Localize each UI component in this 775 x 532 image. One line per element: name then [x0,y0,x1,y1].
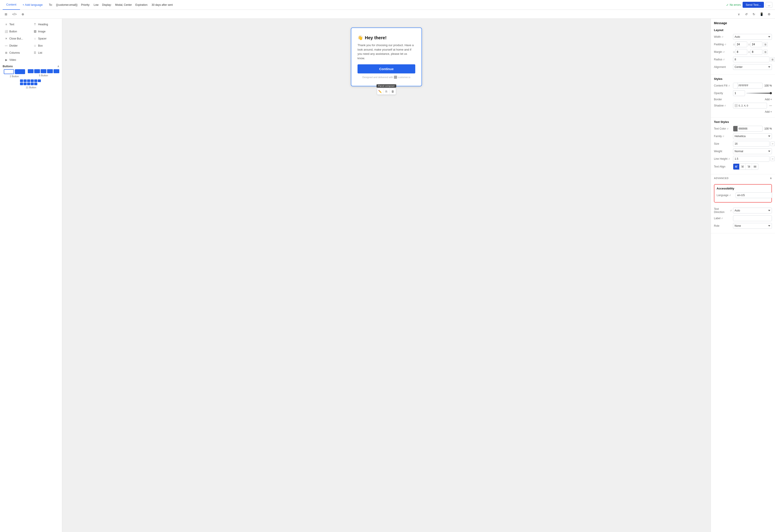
redo-button[interactable]: ↻ [751,11,757,18]
btn-2-preview[interactable]: 2 Button [3,69,26,78]
sidebar-item-columns[interactable]: ⊞ Columns [3,50,31,56]
add-language-button[interactable]: + Add language [20,3,45,6]
border-add-wrap: Add + [733,98,772,101]
modal-continue-button[interactable]: Continue [358,64,415,73]
shadow-reset-icon[interactable]: ↺ [724,104,726,107]
sidebar-item-text[interactable]: ≡ Text [3,21,31,28]
sidebar-item-button[interactable]: ⬜ Button [3,28,31,35]
alignment-select[interactable]: Center [733,64,772,70]
align-left-button[interactable] [733,164,740,169]
opacity-input[interactable] [733,90,745,96]
advanced-title: ADVANCED [714,177,729,179]
advanced-header[interactable]: ADVANCED ∧ [711,174,775,182]
sidebar-item-spacer[interactable]: ↕ Spacer [32,35,59,42]
border-add-button[interactable]: Add + [765,98,772,101]
line-height-decrease[interactable]: − [770,157,775,161]
family-select[interactable]: Helvetica [733,133,772,139]
code-view-button[interactable]: </> [11,11,18,18]
tab-content[interactable]: Content [3,0,20,10]
family-reset[interactable]: ↺ [722,135,724,138]
content-fill-hex[interactable] [738,84,763,87]
undo-button[interactable]: ↺ [743,11,750,18]
align-center-button[interactable] [740,164,746,169]
text-color-wrap[interactable] [733,126,763,132]
collapse-icon[interactable]: ∧ [57,65,59,68]
language-reset[interactable]: ↺ [729,194,731,197]
settings-view-button[interactable]: ⊕ [20,11,26,18]
content-fill-swatch[interactable] [733,83,738,88]
text-direction-select[interactable]: Auto LTR RTL [733,208,772,213]
footer-brand: customer.io [398,76,410,79]
send-test-button[interactable]: Send Test... [743,2,764,8]
line-height-reset[interactable]: ↺ [728,158,730,160]
content-fill-color[interactable] [733,83,763,89]
width-reset-icon[interactable]: ↺ [722,36,723,38]
text-color-reset[interactable]: ↺ [727,128,728,130]
padding-link-button[interactable]: ⛓ [763,42,768,47]
margin-left-input[interactable] [735,49,747,55]
preview-button[interactable]: 📱 [758,11,765,18]
margin-reset-icon[interactable]: ↺ [723,51,725,53]
label-reset[interactable]: ↺ [721,217,723,220]
border-row: Border Add + [714,98,772,101]
size-input[interactable] [733,141,769,147]
line-height-input[interactable] [733,156,769,162]
radius-input[interactable] [733,57,769,62]
gear-button[interactable]: ⚙ [766,11,772,18]
role-label: Role [714,224,732,227]
sidebar-item-list[interactable]: ☰ List [32,50,59,56]
align-justify-button[interactable] [752,164,758,169]
margin-right-input[interactable] [750,49,762,55]
language-input[interactable] [736,192,772,198]
content-fill-reset[interactable]: ↺ [728,85,730,87]
label-input[interactable] [733,215,772,221]
margin-link-button[interactable]: ⛓ [763,50,768,54]
radius-link-button[interactable]: ⛓ [770,57,775,62]
image-label: Image [38,30,45,33]
role-select[interactable]: None Button Link [733,223,772,229]
main-layout: ≡ Text T Heading ⬜ Button 🖼 Image ✕ Clos… [0,19,775,532]
modal-card[interactable]: 👋 Hey there! Thank you for choosing our … [351,28,422,86]
align-right-button[interactable] [746,164,752,169]
sidebar-item-image[interactable]: 🖼 Image [32,28,59,35]
edit-icon-button[interactable]: ✏️ [377,88,383,95]
copy-icon-button[interactable]: ⎘ [383,88,389,95]
btn-fill-sm-1 [28,69,34,73]
sidebar-item-divider[interactable]: — Divider [3,43,31,49]
padding-right-input[interactable] [750,41,762,47]
opacity-slider[interactable] [746,93,772,94]
grid-icon: ⊞ [5,12,7,16]
more-options-button[interactable]: ... [766,2,772,8]
shadow-input[interactable]: 0, 2, 4, 0 [733,103,767,108]
radius-reset-icon[interactable]: ↺ [723,58,725,61]
settings-icon: ⊕ [22,12,24,16]
chevron-down-button[interactable]: ∨ [736,11,742,18]
padding-left-input[interactable] [735,41,747,47]
sidebar-item-close-button[interactable]: ✕ Close But... [3,35,31,42]
width-select[interactable]: Auto [733,34,772,40]
canvas[interactable]: 👋 Hey there! Thank you for choosing our … [62,19,711,532]
alignment-row: Alignment Center [714,64,772,70]
text-color-hex[interactable] [738,127,763,130]
sidebar-item-video[interactable]: ▶ Video [3,57,31,63]
padding-reset-icon[interactable]: ↺ [724,43,726,46]
btn-11-preview[interactable]: 11 Button [3,79,59,89]
opacity-row: Opacity [714,90,772,96]
weight-select[interactable]: Normal Bold Light [733,148,772,154]
btn-5-visual [28,69,59,73]
btn-5-preview[interactable]: 5 Button [28,69,59,78]
language-label: Language ↺ [717,194,734,197]
text-color-swatch[interactable] [733,126,738,131]
text-direction-reset[interactable]: ↺ [730,209,732,212]
grid-view-button[interactable]: ⊞ [3,11,9,18]
sidebar-item-heading[interactable]: T Heading [32,21,59,28]
right-panel: Message Layout Width ↺ Auto Padding ↺ [711,19,775,532]
box-label: Box [38,44,43,47]
shadow-add-button[interactable]: Add + [765,110,772,113]
size-decrease-button[interactable]: − [770,142,775,146]
delete-icon-button[interactable]: 🗑 [389,88,396,95]
video-icon: ▶ [4,58,8,62]
sidebar-item-box[interactable]: □ Box [32,43,59,49]
shadow-remove-button[interactable]: — [769,104,772,107]
priority-value: Low [94,3,99,6]
